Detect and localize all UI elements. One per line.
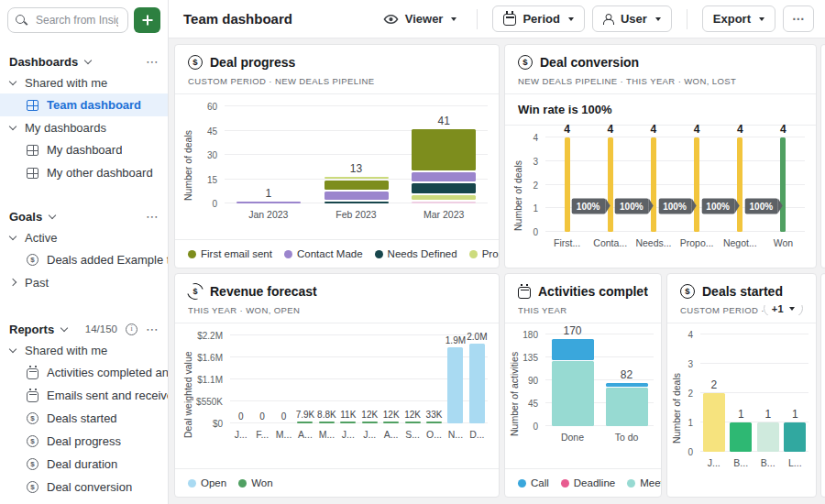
- info-icon[interactable]: [126, 323, 138, 335]
- legend-item-first-email-sent[interactable]: First email sent: [188, 248, 272, 259]
- section-header-goals[interactable]: Goals: [0, 206, 168, 226]
- legend-item-call[interactable]: Call: [518, 477, 549, 488]
- sidebar-group-past[interactable]: Past: [0, 271, 168, 293]
- legend-item-deadline[interactable]: Deadline: [561, 477, 615, 488]
- period-label: Period: [522, 12, 559, 26]
- legend-item-needs-defined[interactable]: Needs Defined: [375, 248, 457, 259]
- sidebar-item-deals-won-over-time[interactable]: Deals won over time: [0, 499, 168, 504]
- legend-item-contact-made[interactable]: Contact Made: [284, 248, 363, 259]
- sidebar-group-shared-with-me[interactable]: Shared with me: [0, 71, 168, 93]
- bar-segment: [412, 202, 476, 203]
- sidebar-item-deals-started[interactable]: Deals started: [0, 407, 168, 430]
- more-button[interactable]: [783, 5, 814, 32]
- y-tick: 2: [523, 181, 538, 191]
- bar-conta[interactable]: [608, 137, 613, 232]
- bar-value: 8.8K: [317, 410, 336, 420]
- bar-done[interactable]: [552, 339, 594, 426]
- bar-value: 11K: [340, 410, 356, 420]
- topbar: Team dashboard Viewer Period User: [169, 0, 825, 38]
- sidebar-group-active[interactable]: Active: [0, 226, 168, 248]
- legend-item-won[interactable]: Won: [238, 477, 272, 488]
- bar-a[interactable]: [383, 422, 399, 423]
- bar-won[interactable]: [780, 137, 786, 232]
- bar-feb-2023[interactable]: [324, 177, 389, 203]
- sidebar-group-my-dashboards[interactable]: My dashboards: [0, 116, 168, 138]
- legend-item-open[interactable]: Open: [188, 477, 226, 488]
- bar-segment: [784, 422, 806, 452]
- x-tick: F...: [251, 423, 272, 440]
- bar-value: 170: [563, 324, 581, 337]
- sidebar-item-deals-added-example-t[interactable]: Deals added Example t...: [0, 248, 168, 271]
- bar-needs[interactable]: [651, 137, 656, 232]
- conversion-badge: 100%: [572, 199, 606, 214]
- bar-segment: [319, 422, 335, 423]
- bar-d[interactable]: [469, 344, 485, 423]
- grid-icon: [27, 145, 38, 156]
- user-button[interactable]: User: [592, 5, 672, 32]
- section-menu-icon[interactable]: [146, 53, 159, 70]
- legend-item-propo[interactable]: Propo: [469, 248, 499, 259]
- sidebar-item-deal-conversion[interactable]: Deal conversion: [0, 476, 168, 499]
- legend-dot: [375, 250, 383, 258]
- sidebar-item-my-other-dashboard[interactable]: My other dashboard: [0, 161, 168, 184]
- section-header-reports[interactable]: Reports14/150: [0, 319, 168, 339]
- bar-value: 4: [564, 123, 570, 136]
- viewer-menu[interactable]: Viewer: [378, 8, 463, 29]
- bar-value: 12K: [361, 410, 378, 420]
- bar-first[interactable]: [565, 137, 570, 232]
- card-revenue_forecast: Revenue forecastTHIS YEAR · WON, OPENDea…: [174, 273, 500, 498]
- x-tick: J...: [337, 423, 358, 440]
- sidebar-item-emails-sent-and-received[interactable]: Emails sent and received: [0, 384, 168, 407]
- search-input[interactable]: [34, 13, 120, 27]
- partial-card: [820, 273, 825, 498]
- bar-l[interactable]: [784, 422, 806, 452]
- bar-b[interactable]: [730, 422, 752, 452]
- bar-j[interactable]: [340, 422, 356, 423]
- bar-segment: [324, 192, 389, 200]
- bar-segment: [412, 195, 476, 200]
- bar-value: 0: [281, 411, 287, 422]
- bar-mar-2023[interactable]: [412, 129, 476, 203]
- bar-segment: [552, 361, 594, 426]
- sidebar-item-deal-duration[interactable]: Deal duration: [0, 453, 168, 476]
- bar-to-do[interactable]: [606, 383, 648, 426]
- export-button[interactable]: Export: [702, 5, 776, 32]
- bar-negot[interactable]: [737, 137, 742, 232]
- bar-segment: [324, 202, 389, 203]
- sidebar-item-team-dashboard[interactable]: Team dashboard: [0, 93, 168, 116]
- bar-value: 12K: [404, 410, 421, 420]
- main-area: Team dashboard Viewer Period User: [169, 0, 825, 504]
- section-menu-icon[interactable]: [146, 208, 159, 225]
- bar-jan-2023[interactable]: [236, 202, 301, 203]
- sidebar-group-shared-with-me[interactable]: Shared with me: [0, 339, 168, 361]
- x-tick: Done: [545, 426, 600, 443]
- section-menu-icon[interactable]: [146, 321, 159, 337]
- filters-more-pill[interactable]: +1: [764, 305, 803, 315]
- cal-icon: [518, 287, 531, 299]
- sidebar-item-my-dashboard[interactable]: My dashboard: [0, 138, 168, 161]
- legend-item-meeting[interactable]: Meeting: [627, 477, 661, 488]
- bar-b[interactable]: [757, 422, 779, 452]
- bar-j[interactable]: [362, 422, 378, 423]
- sidebar: DashboardsShared with meTeam dashboardMy…: [0, 0, 169, 504]
- period-button[interactable]: Period: [492, 5, 584, 32]
- sidebar-item-deal-progress[interactable]: Deal progress: [0, 430, 168, 453]
- sidebar-item-activities-completed-an[interactable]: Activities completed an...: [0, 361, 168, 384]
- bar-j[interactable]: [703, 393, 725, 452]
- bar-n[interactable]: [447, 347, 463, 423]
- bar-a[interactable]: [297, 422, 313, 423]
- y-axis-label: Number of activities: [509, 334, 520, 454]
- bar-segment: [362, 422, 378, 423]
- x-tick: J...: [700, 452, 728, 468]
- bar-m[interactable]: [319, 422, 335, 423]
- y-tick: 45: [193, 126, 217, 137]
- y-tick: 3: [682, 359, 693, 369]
- conversion-badge: 100%: [701, 199, 735, 214]
- chart-legend: OpenWon: [175, 468, 499, 497]
- bar-o[interactable]: [426, 422, 442, 423]
- search-box[interactable]: [7, 7, 128, 33]
- section-header-dashboards[interactable]: Dashboards: [0, 51, 168, 71]
- bar-propo[interactable]: [694, 137, 699, 232]
- bar-s[interactable]: [405, 422, 421, 423]
- add-button[interactable]: [134, 7, 160, 33]
